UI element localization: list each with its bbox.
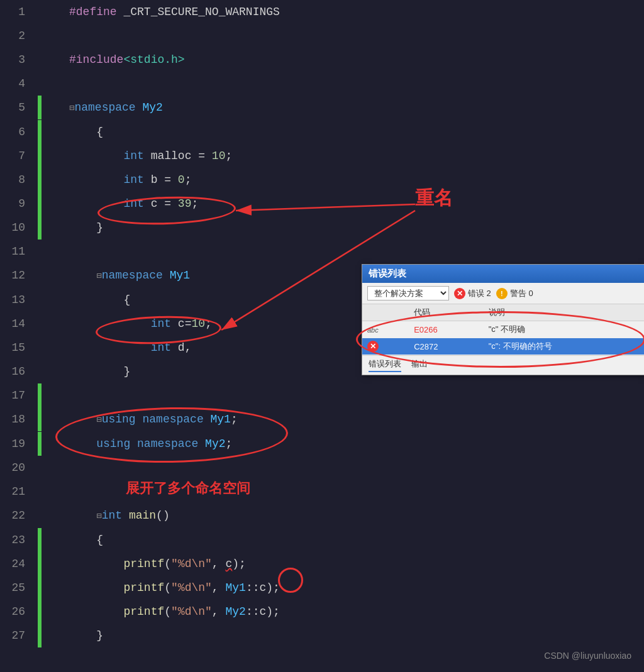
- error-panel-footer: 错误列表 输出: [362, 355, 644, 375]
- line-num-19: 19: [0, 432, 38, 456]
- code-line-21: 21: [0, 480, 644, 504]
- warning-count-label: 警告 0: [510, 288, 533, 299]
- error-x-icon: ✕: [454, 288, 465, 299]
- error-row-1[interactable]: abc E0266 "c" 不明确: [362, 321, 644, 338]
- code-line-24: 24 printf("%d\n", c);: [0, 552, 644, 576]
- line-num-16: 16: [0, 360, 38, 383]
- line-num-13: 13: [0, 288, 38, 312]
- code-line-25: 25 printf("%d\n", My1::c);: [0, 576, 644, 600]
- warning-triangle-icon: !: [496, 288, 508, 299]
- code-line-22: 22 ⊟int main(): [0, 504, 644, 528]
- code-line-8: 8 int b = 0;: [0, 168, 644, 192]
- code-line-10: 10 }: [0, 216, 644, 240]
- col-icon: [362, 304, 409, 321]
- code-line-20: 20: [0, 456, 644, 480]
- line-num-2: 2: [0, 24, 38, 48]
- code-line-27: 27 }: [0, 624, 644, 647]
- col-desc: 说明: [484, 304, 644, 321]
- line-1-content: #define _CRT_SECURE_NO_WARNINGS: [50, 0, 644, 24]
- line-19-content: using namespace My2;: [50, 432, 644, 456]
- footer-tab-errors[interactable]: 错误列表: [369, 358, 401, 372]
- error-row-1-icon: abc: [362, 321, 409, 338]
- line-num-20: 20: [0, 456, 38, 480]
- line-22-content: ⊟int main(): [50, 504, 644, 528]
- line-num-12: 12: [0, 263, 38, 287]
- error-row-2[interactable]: ✕ C2872 "c": 不明确的符号: [362, 338, 644, 355]
- error-row-2-desc: "c": 不明确的符号: [484, 338, 644, 355]
- error-row-2-code: C2872: [409, 338, 484, 355]
- line-num-15: 15: [0, 336, 38, 360]
- line-num-26: 26: [0, 600, 38, 624]
- line-23-content: {: [50, 528, 644, 552]
- line-num-21: 21: [0, 480, 38, 504]
- error-row-1-code: E0266: [409, 321, 484, 338]
- line-num-10: 10: [0, 216, 38, 240]
- line-3-content: #include<stdio.h>: [50, 48, 644, 72]
- line-num-7: 7: [0, 144, 38, 168]
- line-num-6: 6: [0, 120, 38, 144]
- line-6-content: {: [50, 120, 644, 144]
- error-table-header-row: 代码 说明: [362, 304, 644, 321]
- line-num-25: 25: [0, 576, 38, 600]
- col-code: 代码: [409, 304, 484, 321]
- line-num-18: 18: [0, 407, 38, 431]
- code-line-11: 11: [0, 240, 644, 263]
- line-8-content: int b = 0;: [50, 168, 644, 192]
- line-num-14: 14: [0, 312, 38, 336]
- error-count-badge: ✕ 错误 2: [454, 288, 491, 299]
- code-line-19: 19 using namespace My2;: [0, 432, 644, 456]
- line-num-17: 17: [0, 383, 38, 407]
- code-line-5: 5 ⊟namespace My2: [0, 96, 644, 120]
- line-18-content: ⊟using namespace My1;: [50, 407, 644, 432]
- line-num-8: 8: [0, 168, 38, 192]
- line-num-27: 27: [0, 624, 38, 647]
- code-line-1: 1 #define _CRT_SECURE_NO_WARNINGS: [0, 0, 644, 24]
- line-num-4: 4: [0, 72, 38, 96]
- line-num-3: 3: [0, 48, 38, 72]
- error-count-label: 错误 2: [468, 288, 491, 299]
- line-10-content: }: [50, 216, 644, 240]
- code-line-26: 26 printf("%d\n", My2::c);: [0, 600, 644, 624]
- code-line-2: 2: [0, 24, 644, 48]
- line-24-content: printf("%d\n", c);: [50, 552, 644, 576]
- line-25-content: printf("%d\n", My1::c);: [50, 576, 644, 600]
- line-26-content: printf("%d\n", My2::c);: [50, 600, 644, 624]
- code-line-18: 18 ⊟using namespace My1;: [0, 407, 644, 432]
- error-filter-dropdown[interactable]: 整个解决方案: [367, 286, 449, 300]
- warning-count-badge: ! 警告 0: [496, 288, 533, 299]
- code-line-9: 9 int c = 39;: [0, 192, 644, 216]
- code-line-17: 17: [0, 383, 644, 407]
- code-line-6: 6 {: [0, 120, 644, 144]
- code-line-23: 23 {: [0, 528, 644, 552]
- code-editor: 1 #define _CRT_SECURE_NO_WARNINGS 2 3 #i…: [0, 0, 644, 672]
- line-num-1: 1: [0, 0, 38, 24]
- code-line-3: 3 #include<stdio.h>: [0, 48, 644, 72]
- line-7-content: int malloc = 10;: [50, 144, 644, 168]
- code-line-7: 7 int malloc = 10;: [0, 144, 644, 168]
- line-27-content: }: [50, 624, 644, 647]
- error-panel-title: 错误列表: [362, 265, 644, 283]
- error-panel: 错误列表 整个解决方案 ✕ 错误 2 ! 警告 0 代码 说明: [362, 264, 644, 375]
- line-num-23: 23: [0, 528, 38, 552]
- line-9-content: int c = 39;: [50, 192, 644, 216]
- error-row-1-desc: "c" 不明确: [484, 321, 644, 338]
- line-num-24: 24: [0, 552, 38, 576]
- error-table: 代码 说明 abc E0266 "c" 不明确 ✕ C2872 "c": 不明确…: [362, 304, 644, 355]
- footer-tab-output[interactable]: 输出: [411, 358, 428, 372]
- line-num-22: 22: [0, 504, 38, 527]
- line-num-5: 5: [0, 96, 38, 119]
- code-line-4: 4: [0, 72, 644, 96]
- error-row-2-icon: ✕: [362, 338, 409, 355]
- line-5-content: ⊟namespace My2: [50, 96, 644, 120]
- line-num-9: 9: [0, 192, 38, 216]
- csdn-watermark: CSDN @liuyunluoxiao: [544, 651, 631, 661]
- line-num-11: 11: [0, 240, 38, 263]
- error-panel-toolbar: 整个解决方案 ✕ 错误 2 ! 警告 0: [362, 283, 644, 304]
